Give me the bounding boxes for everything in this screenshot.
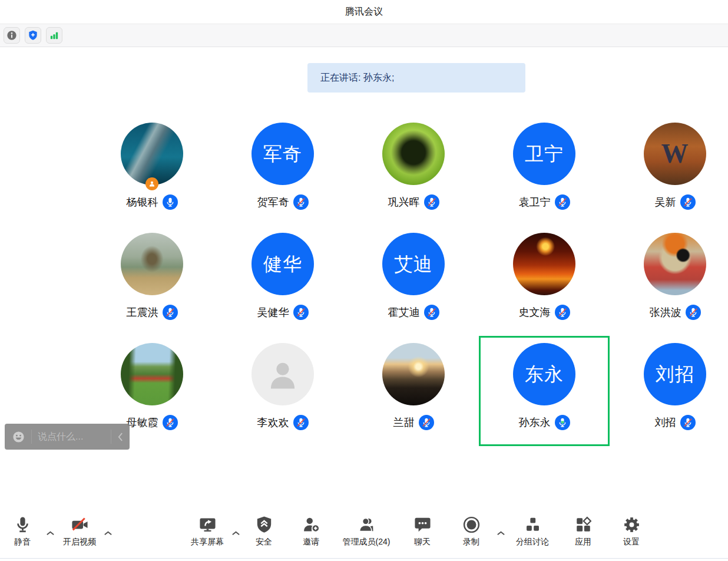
participant-name-row: 李欢欢 bbox=[257, 415, 309, 430]
participant-name: 张洪波 bbox=[650, 305, 681, 319]
participant-name-row: 贺军奇 bbox=[257, 194, 309, 210]
chat-button[interactable]: 聊天 bbox=[396, 515, 449, 547]
participant-avatar bbox=[121, 343, 183, 405]
chatbar-divider bbox=[111, 430, 111, 444]
window-titlebar: 腾讯会议 bbox=[0, 0, 728, 24]
participant-tile[interactable]: 卫宁 袁卫宁 bbox=[479, 116, 610, 226]
participant-tile[interactable]: 健华 吴健华 bbox=[217, 226, 348, 336]
mic-status-icon[interactable] bbox=[686, 305, 701, 320]
participant-avatar bbox=[644, 233, 706, 295]
host-badge-icon bbox=[145, 177, 158, 190]
participant-name: 巩兴晖 bbox=[388, 195, 420, 209]
avatar-initials: 健华 bbox=[263, 255, 302, 273]
mic-status-icon[interactable] bbox=[293, 305, 309, 320]
participant-name: 霍艾迪 bbox=[388, 305, 420, 319]
signal-bars-icon bbox=[48, 29, 60, 41]
participant-tile[interactable]: 李欢欢 bbox=[217, 336, 348, 446]
participant-tile[interactable]: 东永 孙东永 bbox=[479, 336, 610, 446]
mic-status-icon[interactable] bbox=[424, 194, 439, 210]
mic-status-icon[interactable] bbox=[680, 415, 696, 430]
participant-avatar bbox=[121, 233, 183, 295]
participant-name-row: 袁卫宁 bbox=[519, 194, 570, 210]
avatar-initials: 卫宁 bbox=[525, 144, 564, 163]
mic-status-icon[interactable] bbox=[555, 194, 570, 210]
video-options-chevron[interactable] bbox=[101, 528, 114, 539]
mic-status-icon[interactable] bbox=[419, 415, 434, 430]
participant-name-row: 史文海 bbox=[519, 305, 570, 320]
chevron-left-icon[interactable] bbox=[117, 432, 124, 442]
avatar-initials: 东永 bbox=[525, 365, 564, 384]
settings-button[interactable]: 设置 bbox=[605, 515, 658, 547]
network-stats-button[interactable] bbox=[46, 27, 62, 44]
meeting-info-button[interactable] bbox=[4, 27, 20, 44]
participant-tile[interactable]: 史文海 bbox=[479, 226, 610, 336]
avatar-initials: 军奇 bbox=[263, 144, 302, 163]
mic-status-icon[interactable] bbox=[555, 415, 570, 430]
participant-tile[interactable]: 艾迪 霍艾迪 bbox=[348, 226, 479, 336]
participant-name-row: 张洪波 bbox=[650, 305, 701, 320]
participant-name: 吴健华 bbox=[257, 305, 289, 319]
members-icon bbox=[328, 515, 405, 536]
info-icon bbox=[6, 29, 18, 41]
participant-tile[interactable]: 张洪波 bbox=[610, 226, 728, 336]
avatar-initials: 艾迪 bbox=[394, 255, 433, 273]
participant-name: 史文海 bbox=[519, 305, 551, 319]
chat-input[interactable]: 说点什么... bbox=[38, 431, 105, 443]
participant-tile[interactable]: W 吴新 bbox=[610, 116, 728, 226]
mute-button[interactable]: 静音 bbox=[0, 515, 46, 547]
mic-options-chevron[interactable] bbox=[44, 528, 57, 539]
breakout-rooms-button[interactable]: 分组讨论 bbox=[500, 515, 565, 547]
participant-tile[interactable]: 军奇 贺军奇 bbox=[217, 116, 348, 226]
mic-status-icon[interactable] bbox=[163, 305, 178, 320]
participant-name: 李欢欢 bbox=[257, 415, 289, 430]
participant-avatar bbox=[382, 123, 445, 185]
mic-status-icon[interactable] bbox=[163, 415, 178, 430]
mute-label: 静音 bbox=[0, 537, 46, 547]
health-shield-button[interactable] bbox=[25, 27, 41, 44]
participant-name: 袁卫宁 bbox=[519, 195, 551, 209]
apps-icon bbox=[557, 515, 610, 536]
avatar-initials: 刘招 bbox=[656, 365, 694, 384]
security-button[interactable]: 安全 bbox=[237, 515, 290, 547]
mic-status-icon[interactable] bbox=[555, 305, 570, 320]
manage-members-button[interactable]: 管理成员(24) bbox=[328, 515, 405, 547]
participant-tile[interactable]: 巩兴晖 bbox=[348, 116, 479, 226]
mic-status-icon[interactable] bbox=[293, 415, 309, 430]
manage-members-label: 管理成员(24) bbox=[328, 537, 405, 547]
participant-name-row: 孙东永 bbox=[519, 415, 570, 430]
record-options-chevron[interactable] bbox=[494, 528, 507, 539]
participant-avatar bbox=[513, 233, 575, 295]
participant-name: 贺军奇 bbox=[257, 195, 289, 209]
breakout-rooms-label: 分组讨论 bbox=[500, 537, 565, 547]
participant-tile[interactable]: 王震洪 bbox=[87, 226, 217, 336]
top-toolbar bbox=[0, 24, 728, 47]
participant-name: 孙东永 bbox=[519, 415, 551, 430]
participant-name-row: 吴健华 bbox=[257, 305, 309, 320]
participant-name-row: 巩兴晖 bbox=[388, 194, 439, 210]
share-options-chevron[interactable] bbox=[229, 528, 242, 539]
mic-status-icon[interactable] bbox=[293, 194, 309, 210]
record-button[interactable]: 录制 bbox=[445, 515, 498, 547]
speaking-banner: 正在讲话: 孙东永; bbox=[307, 63, 525, 93]
mic-status-icon[interactable] bbox=[163, 194, 178, 210]
emoji-smiley-icon[interactable] bbox=[12, 430, 25, 444]
security-shield-icon bbox=[237, 515, 290, 536]
participant-tile[interactable]: 兰甜 bbox=[348, 336, 479, 446]
security-label: 安全 bbox=[237, 537, 290, 547]
participant-avatar bbox=[121, 123, 183, 185]
chat-input-bar[interactable]: 说点什么... bbox=[5, 424, 130, 450]
meeting-window: 腾讯会议 正在讲话: 孙东永; bbox=[0, 0, 728, 561]
participant-avatar: 刘招 bbox=[644, 343, 706, 405]
participant-name-row: 刘招 bbox=[655, 415, 696, 430]
chat-label: 聊天 bbox=[396, 537, 449, 547]
settings-gear-icon bbox=[605, 515, 658, 536]
mic-status-icon[interactable] bbox=[424, 305, 439, 320]
participant-name: 兰甜 bbox=[393, 415, 415, 430]
bottom-divider bbox=[0, 558, 728, 559]
participant-tile[interactable]: 杨银科 bbox=[87, 116, 217, 226]
participant-tile[interactable]: 刘招 刘招 bbox=[610, 336, 728, 446]
mic-status-icon[interactable] bbox=[680, 194, 696, 210]
apps-button[interactable]: 应用 bbox=[557, 515, 610, 547]
shield-plus-icon bbox=[27, 29, 39, 41]
participants-grid: 杨银科 军奇 贺军奇 bbox=[87, 116, 728, 446]
